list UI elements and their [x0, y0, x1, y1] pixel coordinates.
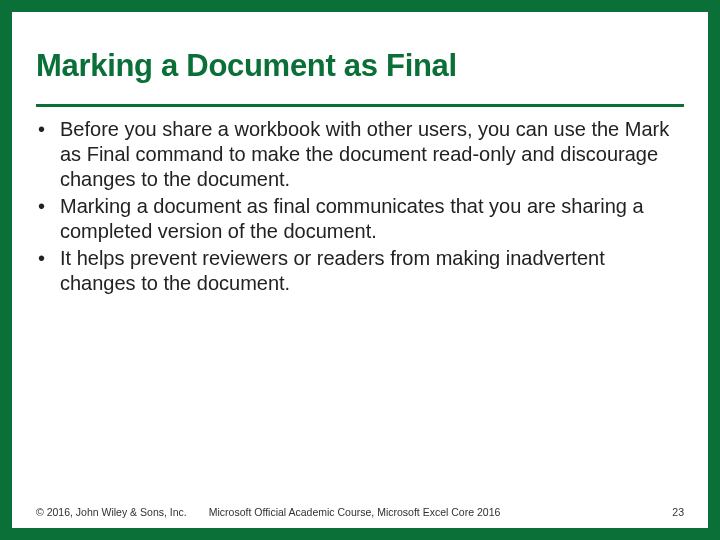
bullet-icon: •: [38, 117, 60, 142]
bullet-icon: •: [38, 194, 60, 219]
slide-footer: © 2016, John Wiley & Sons, Inc. Microsof…: [36, 506, 684, 518]
bullet-text: It helps prevent reviewers or readers fr…: [60, 246, 684, 296]
footer-course: Microsoft Official Academic Course, Micr…: [209, 506, 501, 518]
slide-title: Marking a Document as Final: [36, 48, 684, 90]
footer-copyright: © 2016, John Wiley & Sons, Inc.: [36, 506, 187, 518]
bullet-text: Before you share a workbook with other u…: [60, 117, 684, 192]
slide-body: Marking a Document as Final • Before you…: [12, 12, 708, 528]
list-item: • Marking a document as final communicat…: [38, 194, 684, 244]
slide-border: Marking a Document as Final • Before you…: [0, 0, 720, 540]
title-underline: [36, 104, 684, 107]
list-item: • It helps prevent reviewers or readers …: [38, 246, 684, 296]
bullet-icon: •: [38, 246, 60, 271]
bullet-list: • Before you share a workbook with other…: [38, 117, 684, 296]
footer-left: © 2016, John Wiley & Sons, Inc. Microsof…: [36, 506, 500, 518]
page-number: 23: [672, 506, 684, 518]
bullet-text: Marking a document as final communicates…: [60, 194, 684, 244]
list-item: • Before you share a workbook with other…: [38, 117, 684, 192]
